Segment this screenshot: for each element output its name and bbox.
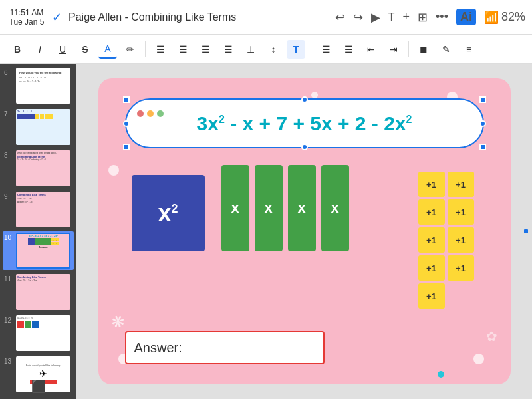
handle-br[interactable] <box>479 144 486 150</box>
ai-badge[interactable]: Ai <box>456 9 476 25</box>
side-handle[interactable] <box>524 229 528 233</box>
plus1-block-8: +1 <box>448 255 474 281</box>
slide-preview-10: 3x² - x + 7 + 5x + 2 - 2x² + + <box>16 233 70 269</box>
handle-bottom[interactable] <box>301 144 308 150</box>
answer-box[interactable]: Answer: <box>125 331 325 364</box>
handle-left[interactable] <box>123 120 130 127</box>
top-bar: 11:51 AM Tue Jan 5 ✓ Paige Allen - Combi… <box>0 0 532 35</box>
plus1-block-4: +1 <box>448 200 474 225</box>
distribute-button[interactable]: ↕ <box>264 40 283 59</box>
slide-preview-9: Combining Like Terms 5x² + 3x + 2x² Answ… <box>16 192 70 227</box>
slide-thumb-8[interactable]: 8 What can we talk about when we talk ab… <box>3 149 74 188</box>
deco-swirl-2: ✿ <box>486 329 497 344</box>
align-justify-button[interactable]: ☰ <box>219 40 237 59</box>
deco-dot-7 <box>473 354 484 364</box>
x-label-2: x <box>264 200 272 217</box>
handle-top[interactable] <box>301 96 308 103</box>
redo-button[interactable]: ↪ <box>353 10 363 25</box>
italic-button[interactable]: I <box>31 40 49 59</box>
deco-dot-5 <box>108 165 119 176</box>
handle-right[interactable] <box>479 120 486 127</box>
deco-dot-8 <box>438 371 444 378</box>
slide-thumb-11[interactable]: 11 Combining Like Terms 4x² + 3x + 5x + … <box>3 273 74 311</box>
more-options-button[interactable]: ••• <box>436 10 448 24</box>
text-box-dots <box>137 110 164 117</box>
play-button[interactable]: ▶ <box>371 10 380 25</box>
time-display: 11:51 AM <box>10 8 44 17</box>
bold-button[interactable]: B <box>8 40 27 59</box>
x-squared-block: x2 <box>132 175 205 251</box>
slide-canvas: 3x2 - x + 7 + 5x + 2 - 2x2 x2 x x <box>98 78 511 384</box>
align-left-button[interactable]: ☰ <box>151 40 170 59</box>
document-title[interactable]: Paige Allen - Combining Like Terms <box>68 11 236 23</box>
textbox-button[interactable]: T <box>287 40 305 59</box>
x-label-1: x <box>231 200 239 217</box>
slide-num-9: 9 <box>4 192 13 200</box>
handle-tl[interactable] <box>123 96 130 103</box>
slide-preview-8: What can we talk about when we talk abou… <box>16 150 70 186</box>
battery-indicator: 📶 82% <box>484 10 525 25</box>
align-center-button[interactable]: ☰ <box>174 40 192 59</box>
slide-preview-12: 4 + v + 75 = 76 <box>16 315 70 351</box>
slide-thumb-10[interactable]: 10 3x² - x + 7 + 5x + 2 - 2x² + + <box>3 231 74 270</box>
x-block-1: x <box>221 165 249 251</box>
strikethrough-button[interactable]: S <box>76 40 94 59</box>
slide-thumb-12[interactable]: 12 4 + v + 75 = 76 <box>3 314 74 352</box>
equation-textbox[interactable]: 3x2 - x + 7 + 5x + 2 - 2x2 <box>125 98 484 148</box>
slide-thumb-9[interactable]: 9 Combining Like Terms 5x² + 3x + 2x² An… <box>3 190 74 229</box>
vertical-align-button[interactable]: ⊥ <box>241 40 260 59</box>
slide-thumb-6[interactable]: 6 First would you tell the following: uh… <box>3 66 74 105</box>
bullet-list-button[interactable]: ☰ <box>317 40 335 59</box>
x-label-3: x <box>297 200 305 217</box>
toolbar-right: ↩ ↪ ▶ T + ⊞ ••• Ai 📶 82% <box>335 9 525 25</box>
x-block-3: x <box>288 165 316 251</box>
slide-editor[interactable]: 3x2 - x + 7 + 5x + 2 - 2x2 x2 x x <box>76 64 532 399</box>
slide-preview-6: First would you tell the following: uh +… <box>16 68 70 104</box>
plus1-block-5: +1 <box>418 227 445 253</box>
slides-sidebar: 6 First would you tell the following: uh… <box>0 64 76 399</box>
plus1-block-1: +1 <box>418 172 445 197</box>
plus1-block-9: +1 <box>418 283 445 309</box>
slide-num-6: 6 <box>4 68 13 76</box>
format-toolbar: B I U S A ✏ ☰ ☰ ☰ ☰ ⊥ ↕ T ☰ ☰ ⇤ ⇥ ◼ ✎ ≡ <box>0 35 532 64</box>
handle-bl[interactable] <box>123 144 130 150</box>
check-icon: ✓ <box>52 10 62 25</box>
align-right-button[interactable]: ☰ <box>196 40 215 59</box>
slide-num-12: 12 <box>4 315 13 324</box>
plus1-block-7: +1 <box>418 255 445 281</box>
slide-thumb-7[interactable]: 7 3x + 3 + 1 + 4 <box>3 108 74 146</box>
date-display: Tue Jan 5 <box>9 17 45 27</box>
indent-more-button[interactable]: ⇥ <box>384 40 403 59</box>
plus1-block-3: +1 <box>418 200 445 225</box>
x-block-2: x <box>255 165 283 251</box>
deco-swirl-1: ❋ <box>108 311 127 332</box>
slide-num-10: 10 <box>4 233 13 241</box>
highlight-button[interactable]: ✏ <box>121 40 140 59</box>
indent-less-button[interactable]: ⇤ <box>362 40 380 59</box>
tablet-icon[interactable]: ⬛ <box>31 379 46 394</box>
undo-button[interactable]: ↩ <box>335 10 345 25</box>
answer-label: Answer: <box>134 340 182 356</box>
slide-num-13: 13 <box>4 356 13 365</box>
pen-button[interactable]: ✎ <box>437 40 456 59</box>
fill-color-button[interactable]: ◼ <box>414 40 433 59</box>
add-button[interactable]: + <box>403 10 410 24</box>
numbered-list-button[interactable]: ☰ <box>339 40 358 59</box>
divider-1 <box>145 41 146 57</box>
title-area: ✓ Paige Allen - Combining Like Terms <box>52 10 330 25</box>
deco-dot-9 <box>311 92 318 98</box>
equation-display: 3x2 - x + 7 + 5x + 2 - 2x2 <box>197 112 412 135</box>
x-blocks-group: x x x x <box>221 165 349 251</box>
x-label-4: x <box>331 200 338 217</box>
text-insert-button[interactable]: T <box>388 11 395 23</box>
handle-tr[interactable] <box>479 96 486 103</box>
x-block-4: x <box>321 165 349 251</box>
plus1-block-2: +1 <box>448 172 474 197</box>
main-area: 6 First would you tell the following: uh… <box>0 64 532 399</box>
slide-num-7: 7 <box>4 109 13 118</box>
underline-button[interactable]: U <box>53 40 72 59</box>
more-format-button[interactable]: ≡ <box>460 40 478 59</box>
divider-3 <box>408 41 409 57</box>
table-button[interactable]: ⊞ <box>418 10 428 25</box>
font-color-button[interactable]: A <box>98 40 117 59</box>
